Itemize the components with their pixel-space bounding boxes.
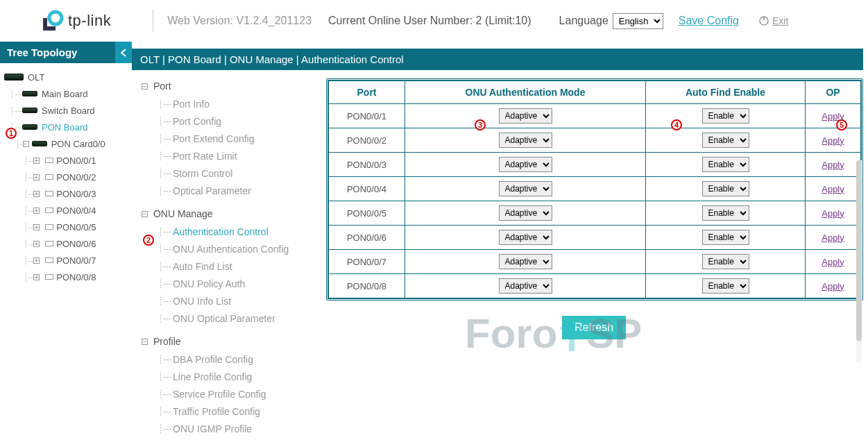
tree-node-pon-card[interactable]: ┊- PON Card0/0	[0, 135, 132, 152]
tree-label: PON Board	[42, 122, 87, 133]
submenu-item-label: ONU Authentication Config	[173, 244, 289, 255]
submenu-item[interactable]: ┊---Storm Control	[142, 164, 326, 182]
submenu-item[interactable]: ┊---Port Extend Config	[142, 130, 326, 147]
apply-link[interactable]: Apply	[822, 232, 844, 243]
submenu-item[interactable]: ┊---ONU Authentication Config	[142, 240, 326, 257]
collapse-icon[interactable]	[23, 141, 29, 147]
apply-link[interactable]: Apply	[822, 281, 844, 291]
submenu-item[interactable]: ┊---Auto Find List	[142, 257, 326, 275]
submenu-item[interactable]: ┊---Line Profile Config	[142, 368, 326, 385]
expand-icon[interactable]	[33, 208, 40, 214]
submenu-item[interactable]: ┊---Authentication Control	[142, 223, 326, 240]
tree-node-port[interactable]: ┊-- PON0/0/1	[0, 152, 132, 169]
submenu-group[interactable]: ONU Manage	[142, 205, 326, 223]
tree-node-port[interactable]: ┊-- PON0/0/7	[0, 252, 132, 269]
sidebar: Tree Topology OLT ┊--- Main Board ┊--- S…	[0, 42, 132, 440]
apply-link[interactable]: Apply	[822, 257, 844, 267]
tree-node-port[interactable]: ┊-- PON0/0/6	[0, 235, 132, 252]
auth-mode-select[interactable]: Adaptive	[499, 278, 552, 294]
cell-autofind: Enable	[646, 177, 806, 201]
port-icon	[45, 208, 53, 213]
auth-mode-select[interactable]: Adaptive	[499, 205, 552, 221]
submenu-item[interactable]: ┊---ONU Optical Parameter	[142, 310, 326, 327]
tree-node-port[interactable]: ┊-- PON0/0/2	[0, 169, 132, 185]
auth-table: Port ONU Authentication Mode Auto Find E…	[328, 81, 861, 298]
sidebar-collapse-button[interactable]	[115, 42, 132, 63]
refresh-button[interactable]: Refresh	[562, 316, 626, 339]
auth-mode-select[interactable]: Adaptive	[499, 181, 552, 196]
submenu-group-title: ONU Manage	[153, 208, 213, 219]
submenu-item-label: Line Profile Config	[173, 371, 252, 382]
submenu-group[interactable]: Profile	[142, 332, 326, 350]
collapse-icon[interactable]	[142, 339, 148, 345]
svg-rect-5	[569, 337, 575, 351]
scrollbar-thumb[interactable]	[856, 160, 862, 341]
auth-mode-select[interactable]: Adaptive	[499, 133, 552, 148]
submenu-item[interactable]: ┊---Port Info	[142, 95, 326, 112]
submenu-item[interactable]: ┊---Service Profile Config	[142, 385, 326, 403]
submenu-item-label: ONU Optical Parameter	[173, 313, 275, 324]
submenu-item[interactable]: ┊---Port Config	[142, 112, 326, 130]
chevron-left-icon	[120, 49, 127, 57]
save-config-link[interactable]: Save Config	[679, 15, 739, 27]
collapse-icon[interactable]	[142, 83, 148, 90]
expand-icon[interactable]	[33, 191, 40, 197]
device-icon	[22, 124, 37, 130]
expand-icon[interactable]	[33, 224, 40, 230]
cell-port: PON0/0/5	[329, 201, 405, 226]
language-select[interactable]: English	[613, 13, 663, 29]
autofind-select[interactable]: Enable	[702, 108, 749, 124]
port-icon	[45, 174, 53, 180]
submenu-item[interactable]: ┊---Optical Parameter	[142, 182, 326, 199]
auth-mode-select[interactable]: Adaptive	[499, 230, 552, 245]
apply-link[interactable]: Apply	[822, 160, 844, 170]
expand-icon[interactable]	[33, 274, 40, 280]
apply-link[interactable]: Apply	[822, 208, 844, 219]
apply-link[interactable]: Apply	[822, 135, 844, 146]
table-row: PON0/0/5AdaptiveEnableApply	[329, 201, 861, 226]
autofind-select[interactable]: Enable	[702, 278, 749, 294]
expand-icon[interactable]	[33, 257, 40, 264]
tree-node-switch-board[interactable]: ┊--- Switch Board	[0, 102, 132, 119]
expand-icon[interactable]	[33, 241, 40, 247]
submenu-item[interactable]: ┊---Port Rate Limit	[142, 147, 326, 164]
autofind-select[interactable]: Enable	[702, 230, 749, 245]
apply-link[interactable]: Apply	[822, 184, 844, 194]
tree-node-port[interactable]: ┊-- PON0/0/5	[0, 219, 132, 235]
cell-op: Apply	[806, 274, 861, 298]
submenu-item-label: Optical Parameter	[173, 185, 251, 196]
cell-autofind: Enable	[646, 128, 806, 153]
device-icon	[22, 108, 37, 113]
submenu-item[interactable]: ┊---DBA Profile Config	[142, 350, 326, 368]
brand-name: tp-link	[68, 12, 111, 30]
autofind-select[interactable]: Enable	[702, 205, 749, 221]
autofind-select[interactable]: Enable	[702, 254, 749, 269]
tree-node-port[interactable]: ┊-- PON0/0/3	[0, 185, 132, 202]
autofind-select[interactable]: Enable	[702, 133, 749, 148]
submenu-item[interactable]: ┊---ONU Policy Auth	[142, 275, 326, 292]
tree-node-port[interactable]: ┊-- PON0/0/8	[0, 269, 132, 285]
submenu-item[interactable]: ┊---ONU Info List	[142, 292, 326, 310]
autofind-select[interactable]: Enable	[702, 157, 749, 172]
expand-icon[interactable]	[33, 174, 40, 180]
autofind-select[interactable]: Enable	[702, 181, 749, 196]
auth-mode-select[interactable]: Adaptive	[499, 157, 552, 172]
tree-node-port[interactable]: ┊-- PON0/0/4	[0, 202, 132, 219]
expand-icon[interactable]	[33, 158, 40, 164]
tree-label: PON0/0/7	[56, 255, 96, 266]
submenu-item[interactable]: ┊---ONU IGMP Profile	[142, 420, 326, 437]
web-version-label: Web Version: V1.2.4_201123	[167, 15, 312, 27]
tree-node-main-board[interactable]: ┊--- Main Board	[0, 85, 132, 102]
collapse-icon[interactable]	[142, 211, 148, 217]
auth-mode-select[interactable]: Adaptive	[499, 254, 552, 269]
submenu-group[interactable]: Port	[142, 77, 326, 95]
apply-link[interactable]: Apply	[822, 111, 844, 121]
tree-node-olt[interactable]: OLT	[0, 69, 132, 85]
exit-link[interactable]: Exit	[758, 15, 788, 26]
cell-autofind: Enable	[646, 153, 806, 177]
submenu-item[interactable]: ┊---Traffic Profile Config	[142, 403, 326, 420]
tree-node-pon-board[interactable]: ┊--- PON Board	[0, 119, 132, 135]
exit-label: Exit	[772, 15, 788, 26]
auth-mode-select[interactable]: Adaptive	[499, 108, 552, 124]
main-panel: Port ONU Authentication Mode Auto Find E…	[326, 70, 863, 440]
